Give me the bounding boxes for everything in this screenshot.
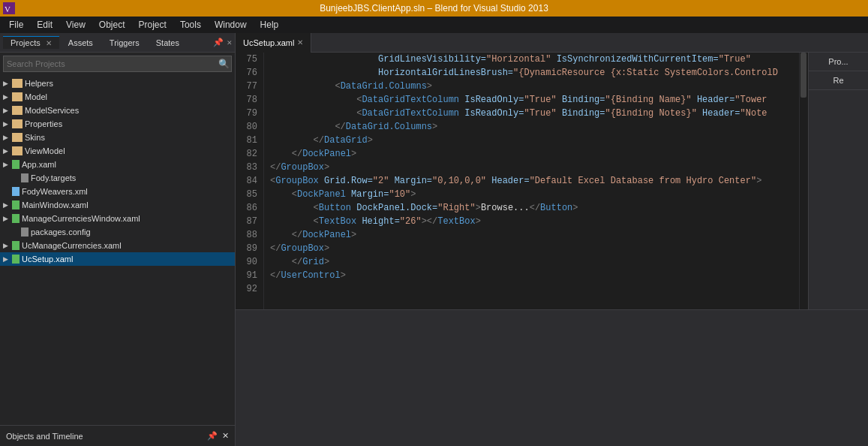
- label-fodyweavers: FodyWeavers.xml: [22, 187, 88, 196]
- tree-item-skins[interactable]: ▶ Skins: [0, 131, 235, 144]
- design-surface-area: [236, 309, 868, 446]
- arrow-managecurrencieswindow: ▶: [3, 215, 12, 222]
- label-mainwindow: MainWindow.xaml: [22, 200, 89, 209]
- label-helpers: Helpers: [25, 79, 53, 88]
- label-ucmanagecurrencies: UcManageCurrencies.xaml: [22, 241, 122, 250]
- file-icon-packages: [21, 228, 29, 237]
- title-bar: V BunjeebJBS.ClientApp.sln – Blend for V…: [0, 0, 868, 17]
- vs-icon: V: [3, 2, 15, 14]
- project-tree: ▶ Helpers ▶ Model ▶ ModelServices ▶ Prop…: [0, 75, 235, 425]
- label-properties: Properties: [25, 119, 62, 128]
- menu-edit[interactable]: Edit: [31, 18, 59, 32]
- tree-item-ucmanagecurrencies[interactable]: ▶ UcManageCurrencies.xaml: [0, 239, 235, 252]
- tree-item-fody-targets[interactable]: Fody.targets: [0, 171, 235, 185]
- label-fodytargets: Fody.targets: [31, 173, 76, 182]
- tree-item-modelservices[interactable]: ▶ ModelServices: [0, 104, 235, 117]
- menu-file[interactable]: File: [3, 18, 29, 32]
- tree-item-viewmodel[interactable]: ▶ ViewModel: [0, 144, 235, 158]
- tree-item-packages-config[interactable]: packages.config: [0, 225, 235, 239]
- title-text: BunjeebJBS.ClientApp.sln – Blend for Vis…: [320, 3, 548, 14]
- editor-tabs: UcSetup.xaml ✕: [236, 33, 868, 53]
- label-model: Model: [25, 92, 47, 101]
- arrow-viewmodel: ▶: [3, 147, 12, 155]
- tree-item-ucsetup[interactable]: ▶ UcSetup.xaml: [0, 252, 235, 266]
- tab-ucsetup-label: UcSetup.xaml: [243, 38, 294, 47]
- right-far-panels: Pro... Re: [808, 53, 868, 309]
- arrow-ucsetup: ▶: [3, 255, 12, 263]
- tab-ucsetup-close[interactable]: ✕: [297, 38, 303, 47]
- tab-triggers[interactable]: Triggers: [102, 37, 147, 49]
- svg-text:V: V: [5, 5, 11, 14]
- label-app: App.xaml: [22, 160, 56, 169]
- right-panel-re[interactable]: Re: [809, 71, 868, 90]
- panel-tabs: Projects ✕ Assets Triggers States 📌 ✕: [0, 33, 235, 53]
- file-icon-ucsetup: [12, 255, 20, 264]
- search-box: 🔍: [3, 56, 232, 72]
- file-icon-mainwindow: [12, 200, 20, 209]
- search-icon[interactable]: 🔍: [216, 56, 231, 71]
- label-managecurrencieswindow: ManageCurrenciesWindow.xaml: [22, 214, 140, 223]
- tab-projects[interactable]: Projects ✕: [3, 36, 59, 49]
- label-skins: Skins: [25, 133, 45, 142]
- file-icon-managecurrencieswindow: [12, 214, 20, 223]
- tree-item-fodyweavers[interactable]: FodyWeavers.xml: [0, 185, 235, 198]
- folder-icon-properties: [12, 119, 23, 128]
- objects-close-icon[interactable]: ✕: [222, 431, 229, 441]
- tree-item-mainwindow[interactable]: ▶ MainWindow.xaml: [0, 198, 235, 212]
- menu-help[interactable]: Help: [254, 18, 285, 32]
- arrow-mainwindow: ▶: [3, 201, 12, 209]
- tab-ucsetup-xaml[interactable]: UcSetup.xaml ✕: [236, 33, 311, 53]
- search-input[interactable]: [4, 59, 216, 68]
- tree-item-helpers[interactable]: ▶ Helpers: [0, 77, 235, 90]
- label-viewmodel: ViewModel: [25, 146, 65, 155]
- tab-projects-close[interactable]: ✕: [46, 39, 52, 47]
- folder-icon-skins: [12, 133, 23, 142]
- editor-scrollbar[interactable]: [799, 53, 808, 309]
- tab-assets[interactable]: Assets: [61, 37, 101, 49]
- file-icon-app: [12, 160, 20, 169]
- tree-item-managecurrencieswindow[interactable]: ▶ ManageCurrenciesWindow.xaml: [0, 212, 235, 225]
- menu-object[interactable]: Object: [93, 18, 131, 32]
- main-layout: Projects ✕ Assets Triggers States 📌 ✕ 🔍: [0, 33, 868, 446]
- arrow-helpers: ▶: [3, 80, 12, 87]
- tree-item-properties[interactable]: ▶ Properties: [0, 117, 235, 131]
- line-numbers: 75 76 77 78 79 80 81 82 83 84 85 86 87 8…: [236, 53, 264, 309]
- menu-project[interactable]: Project: [133, 18, 173, 32]
- objects-panel-label: Objects and Timeline: [6, 432, 83, 441]
- file-icon-fodytargets: [21, 173, 29, 182]
- objects-panel: Objects and Timeline 📌 ✕: [0, 425, 235, 446]
- editor-right-wrapper: 75 76 77 78 79 80 81 82 83 84 85 86 87 8…: [236, 53, 868, 309]
- tree-item-model[interactable]: ▶ Model: [0, 90, 235, 104]
- label-ucsetup: UcSetup.xaml: [22, 255, 73, 264]
- arrow-properties: ▶: [3, 120, 12, 128]
- arrow-ucmanagecurrencies: ▶: [3, 242, 12, 249]
- arrow-modelservices: ▶: [3, 107, 12, 114]
- pin-icon[interactable]: 📌: [213, 38, 224, 47]
- objects-panel-controls: 📌 ✕: [207, 431, 229, 441]
- code-editor: 75 76 77 78 79 80 81 82 83 84 85 86 87 8…: [236, 53, 808, 309]
- label-packages: packages.config: [31, 228, 91, 237]
- file-icon-ucmanagecurrencies: [12, 241, 20, 250]
- tab-states[interactable]: States: [149, 37, 187, 49]
- objects-pin-icon[interactable]: 📌: [207, 431, 218, 441]
- folder-icon-model: [12, 92, 23, 101]
- arrow-skins: ▶: [3, 134, 12, 141]
- folder-icon-viewmodel: [12, 146, 23, 155]
- arrow-model: ▶: [3, 93, 12, 101]
- arrow-app: ▶: [3, 161, 12, 168]
- folder-icon-helpers: [12, 79, 23, 88]
- tree-item-app-xaml[interactable]: ▶ App.xaml: [0, 158, 235, 171]
- file-icon-fodyweavers: [12, 187, 20, 196]
- menu-view[interactable]: View: [60, 18, 92, 32]
- left-panel: Projects ✕ Assets Triggers States 📌 ✕ 🔍: [0, 33, 236, 446]
- code-content[interactable]: GridLinesVisibility="Horizontal" IsSynch…: [264, 53, 799, 309]
- menu-window[interactable]: Window: [209, 18, 253, 32]
- panel-pin-area: 📌 ✕: [213, 38, 232, 47]
- menu-tools[interactable]: Tools: [174, 18, 207, 32]
- right-side: UcSetup.xaml ✕ 75 76 77 78 79 80 81 82 8…: [236, 33, 868, 446]
- right-panel-pro[interactable]: Pro...: [809, 53, 868, 71]
- menu-bar: File Edit View Object Project Tools Wind…: [0, 17, 868, 33]
- panel-close-icon[interactable]: ✕: [227, 38, 232, 47]
- folder-icon-modelservices: [12, 106, 23, 115]
- label-modelservices: ModelServices: [25, 106, 79, 115]
